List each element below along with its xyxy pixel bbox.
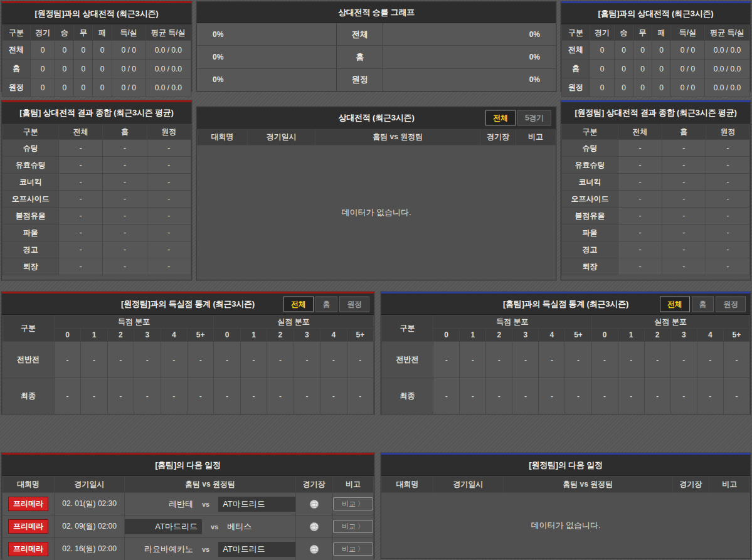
row-label: 퇴장 bbox=[562, 258, 618, 275]
table-row: 원정00000 / 00.0 / 0.0 bbox=[3, 78, 191, 97]
stat-cell: - bbox=[662, 241, 706, 258]
stat-cell: - bbox=[54, 378, 80, 415]
stat-cell: - bbox=[103, 208, 147, 225]
panel-title-text: 상대전적 (최근3시즌) bbox=[338, 113, 414, 122]
tab-active[interactable]: 전체 bbox=[283, 296, 314, 312]
stat-cell: - bbox=[460, 342, 486, 378]
row-label: 유효슈팅 bbox=[3, 157, 59, 174]
winrate-row-label: 원정 bbox=[337, 69, 383, 91]
row-label: 최종 bbox=[3, 378, 55, 415]
column-header: 홈 bbox=[662, 124, 706, 140]
stat-cell: - bbox=[512, 342, 539, 378]
stat-cell: - bbox=[107, 378, 134, 415]
schedule-row: 프리메라02. 01(일) 02:30레반테vsAT마드리드비교 〉 bbox=[3, 493, 374, 515]
stat-cell: - bbox=[539, 342, 565, 378]
column-header: 구분 bbox=[3, 25, 31, 41]
column-header: 3 bbox=[134, 329, 161, 342]
goals-away-table: 구분 득점 분포 실점 분포 012345+012345+ 전반전-------… bbox=[2, 315, 374, 415]
panel-schedule-away: [원정팀]의 다음 일정 대회명경기일시홈팀 vs 원정팀경기장비고 데이터가 … bbox=[381, 453, 751, 559]
column-header: 0 bbox=[54, 329, 80, 342]
column-header: 5+ bbox=[565, 329, 591, 342]
stadium-cell bbox=[295, 538, 332, 560]
column-header: 1 bbox=[460, 329, 486, 342]
table-row: 슈팅--- bbox=[562, 140, 750, 157]
stat-cell: - bbox=[697, 378, 723, 415]
compare-button[interactable]: 비교 〉 bbox=[333, 520, 373, 533]
compare-cell: 비교 〉 bbox=[332, 515, 373, 538]
column-header: 1 bbox=[81, 329, 107, 342]
concede-group-header: 실점 분포 bbox=[591, 315, 749, 329]
stat-cell: 0 bbox=[633, 41, 652, 60]
match-teams-cell: 라요바예카노vsAT마드리드 bbox=[125, 538, 295, 560]
tab-active[interactable]: 전체 bbox=[485, 110, 516, 125]
h2h-list-tabs: 전체5경기 bbox=[485, 110, 551, 125]
table-row: 유효슈팅--- bbox=[562, 157, 750, 174]
column-header: 득/실 bbox=[671, 25, 705, 41]
column-header: 전체 bbox=[618, 124, 662, 140]
table-header-row: 구분전체홈원정 bbox=[3, 124, 191, 140]
tab[interactable]: 원정 bbox=[339, 296, 369, 312]
stat-cell: 0 bbox=[652, 60, 671, 78]
goals-home-table: 구분 득점 분포 실점 분포 012345+012345+ 전반전-------… bbox=[381, 315, 750, 415]
stat-cell: 0 / 0 bbox=[671, 41, 705, 60]
column-header: 경기 bbox=[590, 25, 615, 41]
stat-cell: 0 bbox=[590, 60, 615, 78]
panel-title: 상대전적 승률 그래프 bbox=[197, 2, 556, 23]
column-header: 2 bbox=[644, 329, 670, 342]
stat-cell: 0 bbox=[615, 60, 633, 78]
column-header: 홈팀 vs 원정팀 bbox=[125, 477, 295, 493]
row-label: 원정 bbox=[3, 78, 31, 97]
column-header: 원정 bbox=[706, 124, 749, 140]
stat-cell: - bbox=[486, 378, 512, 415]
column-header: 2 bbox=[107, 329, 134, 342]
tab[interactable]: 홈 bbox=[315, 296, 338, 312]
tab[interactable]: 홈 bbox=[692, 296, 714, 312]
stat-cell: - bbox=[59, 225, 103, 241]
group-header-row: 구분 득점 분포 실점 분포 bbox=[382, 315, 750, 329]
stat-cell: - bbox=[103, 225, 147, 241]
column-header: 0 bbox=[591, 329, 618, 342]
panel-title: [홈팀] 상대전적 결과 종합 (최근3시즌 평균) bbox=[2, 102, 191, 124]
stat-cell: - bbox=[320, 342, 347, 378]
stat-cell: - bbox=[59, 174, 103, 191]
goals-home-tabs: 전체홈원정 bbox=[660, 296, 746, 312]
table-row: 전반전------------ bbox=[3, 342, 374, 378]
column-header: 3 bbox=[670, 329, 697, 342]
column-header: 경기장 bbox=[672, 477, 709, 493]
panel-title: 상대전적 (최근3시즌) 전체5경기 bbox=[197, 107, 556, 129]
row-label: 퇴장 bbox=[3, 258, 59, 275]
stat-cell: 0 bbox=[74, 78, 93, 97]
compare-button[interactable]: 비교 〉 bbox=[333, 542, 373, 556]
home-winrate-bar: 0% bbox=[197, 46, 337, 68]
table-row: 전체00000 / 00.0 / 0.0 bbox=[3, 41, 191, 60]
table-header-row: 구분전체홈원정 bbox=[562, 124, 750, 140]
stat-cell: - bbox=[706, 140, 749, 157]
stat-cell: - bbox=[59, 208, 103, 225]
stat-cell: - bbox=[103, 191, 147, 208]
stadium-globe-icon[interactable] bbox=[309, 544, 320, 555]
stat-cell: - bbox=[347, 342, 373, 378]
table-row: 최종------------ bbox=[382, 378, 750, 415]
corner-header: 구분 bbox=[3, 315, 55, 342]
column-header: 패 bbox=[652, 25, 671, 41]
tab-active[interactable]: 전체 bbox=[660, 296, 690, 312]
column-header: 경기장 bbox=[295, 477, 332, 493]
stat-cell: 0.0 / 0.0 bbox=[146, 41, 191, 60]
tab[interactable]: 5경기 bbox=[517, 110, 551, 125]
stat-cell: - bbox=[214, 378, 240, 415]
stat-cell: 0 bbox=[55, 60, 74, 78]
column-header: 0 bbox=[214, 329, 240, 342]
stadium-globe-icon[interactable] bbox=[309, 499, 320, 510]
group-header-row: 구분 득점 분포 실점 분포 bbox=[3, 315, 374, 329]
stat-cell: 0.0 / 0.0 bbox=[705, 60, 750, 78]
panel-title: [홈팀]과의 득실점 통계 (최근3시즌) 전체홈원정 bbox=[381, 293, 750, 315]
stadium-globe-icon[interactable] bbox=[309, 521, 320, 532]
stat-cell: - bbox=[147, 174, 191, 191]
stat-cell: - bbox=[591, 378, 618, 415]
column-header: 2 bbox=[486, 329, 512, 342]
table-row: 코너킥--- bbox=[3, 174, 191, 191]
stadium-cell bbox=[295, 493, 332, 515]
panel-title: [원정팀]과의 득실점 통계 (최근3시즌) 전체홈원정 bbox=[2, 293, 374, 315]
compare-button[interactable]: 비교 〉 bbox=[333, 497, 373, 510]
tab[interactable]: 원정 bbox=[716, 296, 746, 312]
